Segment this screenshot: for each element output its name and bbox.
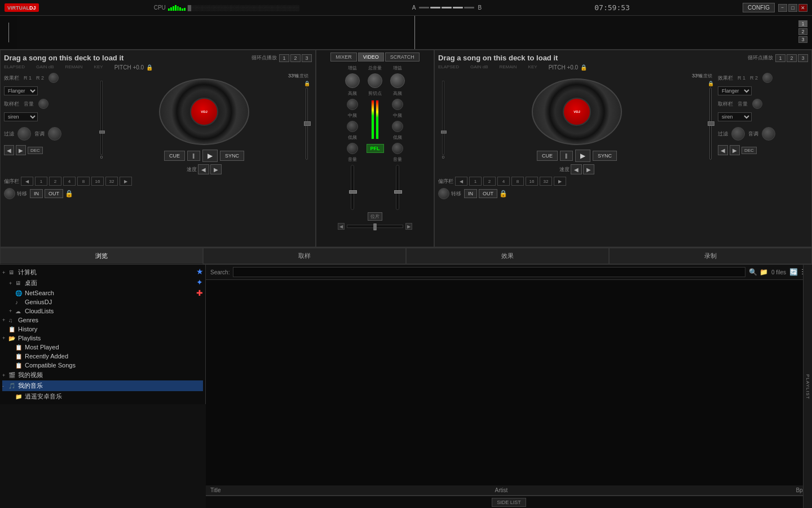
seq-2[interactable]: 2 <box>49 177 61 186</box>
speed-down-left[interactable]: ◀ <box>198 164 209 174</box>
seq-8-r[interactable]: 8 <box>511 177 524 186</box>
browser-tab-sample[interactable]: 取样 <box>203 248 406 264</box>
loop-btn-r-3[interactable]: 3 <box>798 54 808 62</box>
side-list-button[interactable]: SIDE LIST <box>492 498 526 507</box>
pitch-track-left[interactable] <box>306 87 308 160</box>
seq-4-r[interactable]: 4 <box>497 177 510 186</box>
dec-button[interactable]: DEC <box>28 147 43 154</box>
pfl-button[interactable]: PFL <box>367 144 384 153</box>
seq-next[interactable]: ▶ <box>120 177 132 186</box>
refresh-icon[interactable]: 🔄 <box>789 268 798 276</box>
seq-2-r[interactable]: 2 <box>483 177 496 186</box>
seq-next-r[interactable]: ▶ <box>554 177 566 186</box>
sidebar-item-computer[interactable]: + 🖥 计算机 <box>2 267 203 278</box>
ch-fader-right[interactable] <box>396 165 399 210</box>
mixer-nav-right[interactable]: ▶ <box>405 223 412 230</box>
sidebar-item-genres[interactable]: + ♫ Genres <box>2 316 203 325</box>
sidebar-item-desktop[interactable]: + 🖥 桌面 <box>9 278 203 288</box>
config-button[interactable]: CONFIG <box>743 3 775 12</box>
sidebar-item-xiaoyao[interactable]: 📁 逍遥安卓音乐 <box>9 391 203 402</box>
transport-prev[interactable]: ◀ <box>4 145 14 155</box>
sidebar-icon-add[interactable]: ✦ <box>196 278 204 287</box>
sidebar-icon-remove[interactable]: ✚ <box>196 288 204 297</box>
fx-select-r[interactable]: Flanger <box>718 86 752 95</box>
transport-prev-r[interactable]: ◀ <box>718 145 728 155</box>
search-icon[interactable]: 🔍 <box>749 268 757 276</box>
seq-8[interactable]: 8 <box>77 177 90 186</box>
browser-tab-browse[interactable]: 浏览 <box>0 248 203 264</box>
pause-button-right[interactable]: ‖ <box>560 151 573 161</box>
cue-button-right[interactable]: CUE <box>537 151 558 161</box>
cue-button-left[interactable]: CUE <box>164 151 185 161</box>
sidebar-item-cloudlists[interactable]: + ☁ CloudLists <box>9 306 203 316</box>
tone-knob-r[interactable] <box>762 127 775 141</box>
seq-prev-r[interactable]: ◀ <box>455 177 467 186</box>
folder-icon[interactable]: 📁 <box>760 268 768 276</box>
play-button-left[interactable]: ▶ <box>202 150 218 162</box>
sidebar-item-mymusic[interactable]: - 🎵 我的音乐 <box>2 380 203 391</box>
col-title[interactable]: Title <box>210 487 495 493</box>
sidebar-item-mostplayed[interactable]: 📋 Most Played <box>9 343 203 352</box>
mid-knob-right[interactable] <box>392 121 403 132</box>
speed-down-right[interactable]: ◀ <box>571 164 582 174</box>
pause-button-left[interactable]: ‖ <box>187 151 200 161</box>
screen-button[interactable]: 位片 <box>368 212 382 221</box>
high-knob-right[interactable] <box>392 99 403 110</box>
ch-fader-left[interactable] <box>351 165 354 210</box>
sidebar-item-recentlyadded[interactable]: 📋 Recently Added <box>9 352 203 361</box>
filter-knob-r[interactable] <box>731 127 745 141</box>
vol-fader-track-left[interactable] <box>100 81 103 155</box>
transfer-knob-right[interactable] <box>438 188 449 199</box>
seq-1-r[interactable]: 1 <box>469 177 482 186</box>
loop-btn-1[interactable]: 1 <box>279 54 289 62</box>
seq-16-r[interactable]: 16 <box>526 177 538 186</box>
sidebar-item-myvideo[interactable]: + 🎬 我的视频 <box>2 370 203 380</box>
maximize-button[interactable]: □ <box>788 4 797 12</box>
mid-knob-left[interactable] <box>347 121 358 132</box>
mixer-tab-mixer[interactable]: MIXER <box>330 52 357 62</box>
gain-knob-left[interactable] <box>345 73 360 88</box>
master-knob[interactable] <box>368 73 382 88</box>
in-button-left[interactable]: IN <box>30 189 43 198</box>
sidebar-item-compatible[interactable]: 📋 Compatible Songs <box>9 361 203 370</box>
high-knob-left[interactable] <box>347 99 358 110</box>
sample-vol-knob[interactable] <box>38 99 48 109</box>
fx-knob-r[interactable] <box>762 73 773 83</box>
vol-fader-track-right[interactable] <box>442 81 444 155</box>
out-button-left[interactable]: OUT <box>45 189 63 198</box>
sample-select-r[interactable]: siren <box>718 112 752 121</box>
in-button-right[interactable]: IN <box>464 189 477 198</box>
seq-32[interactable]: 32 <box>105 177 118 186</box>
close-button[interactable]: ✕ <box>798 4 807 12</box>
speed-up-left[interactable]: ▶ <box>210 164 222 174</box>
pitch-track-right[interactable] <box>709 87 712 160</box>
sync-button-right[interactable]: SYNC <box>593 151 617 161</box>
loop-btn-2[interactable]: 2 <box>290 54 301 62</box>
sample-select[interactable]: siren <box>4 112 38 121</box>
seq-4[interactable]: 4 <box>63 177 76 186</box>
filter-knob[interactable] <box>17 127 31 141</box>
sidebar-item-geniusdj[interactable]: ♪ GeniusDJ <box>9 297 203 306</box>
loop-btn-3[interactable]: 3 <box>302 54 312 62</box>
sidebar-item-netsearch[interactable]: 🌐 NetSearch <box>9 288 203 297</box>
transfer-knob-left[interactable] <box>4 188 15 199</box>
low-knob-left[interactable] <box>347 143 358 154</box>
search-input[interactable] <box>233 267 745 277</box>
sync-button-left[interactable]: SYNC <box>220 151 244 161</box>
out-button-right[interactable]: OUT <box>479 189 497 198</box>
col-artist[interactable]: Artist <box>495 487 780 493</box>
crossfader-track[interactable] <box>347 225 403 228</box>
minimize-button[interactable]: － <box>778 4 787 12</box>
play-button-right[interactable]: ▶ <box>575 150 590 162</box>
dec-button-r[interactable]: DEC <box>742 147 757 154</box>
sidebar-item-history[interactable]: 📋 History <box>2 325 203 334</box>
sidebar-item-playlists[interactable]: + 📂 Playlists <box>2 334 203 343</box>
sidebar-icon-star[interactable]: ★ <box>196 267 204 276</box>
browser-tab-record[interactable]: 录制 <box>609 248 812 264</box>
transport-next[interactable]: ▶ <box>16 145 26 155</box>
seq-16[interactable]: 16 <box>91 177 104 186</box>
transport-next-r[interactable]: ▶ <box>730 145 740 155</box>
turntable-right[interactable]: VDJ <box>532 78 622 145</box>
seq-prev[interactable]: ◀ <box>21 177 33 186</box>
mixer-nav-left[interactable]: ◀ <box>338 223 345 230</box>
